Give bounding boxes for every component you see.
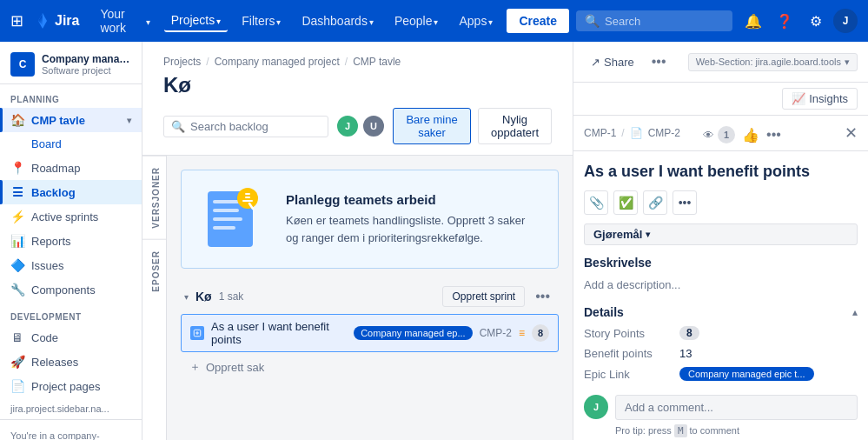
web-section-selector[interactable]: Web-Section: jira.agile.board.tools ▾ — [688, 53, 858, 71]
detail-row-story-points: Story Points 8 — [584, 326, 858, 340]
section-title: Kø — [195, 290, 212, 303]
item-epic-badge[interactable]: Company managed ep... — [354, 326, 472, 340]
insights-button[interactable]: 📈 Insights — [782, 88, 858, 110]
details-header[interactable]: Details ▴ — [584, 305, 858, 319]
sidebar-item-label-active-sprints: Active sprints — [31, 210, 131, 223]
story-points-value[interactable]: 8 — [679, 326, 699, 340]
comment-input[interactable]: Add a comment... — [615, 395, 858, 420]
onboarding-description: Køen er teamets handlingsliste. Opprett … — [286, 212, 540, 246]
share-button[interactable]: ↗ Share — [584, 52, 641, 72]
sidebar-project[interactable]: C Company managed p... Software project — [0, 42, 142, 84]
sidebar-item-code[interactable]: 🖥 Code — [0, 325, 142, 350]
nylig-oppdatert-button[interactable]: Nylig oppdatert — [478, 108, 552, 144]
nav-people[interactable]: People — [388, 10, 446, 31]
sidebar-item-releases[interactable]: 🚀 Releases — [0, 350, 142, 374]
sidebar-item-components[interactable]: 🔧 Components — [0, 277, 142, 302]
section-actions: Opprett sprint ••• — [442, 286, 555, 307]
components-icon: 🔧 — [10, 283, 24, 297]
add-item[interactable]: ＋ Opprett sak — [181, 354, 559, 380]
attachment-button[interactable]: 📎 — [584, 190, 608, 215]
breadcrumb-project[interactable]: Company managed project — [215, 56, 340, 68]
sidebar-item-cmp-tavle[interactable]: 🏠 CMP tavle ▾ — [0, 108, 142, 132]
panel-nav-parent[interactable]: CMP-1 — [584, 127, 616, 139]
breadcrumb: Projects / Company managed project / CMP… — [163, 56, 552, 68]
sidebar-item-label-releases: Releases — [31, 356, 131, 369]
sidebar-item-label-reports: Reports — [31, 235, 131, 248]
sidebar-item-board[interactable]: Board — [0, 132, 142, 156]
search-backlog-input[interactable] — [190, 120, 321, 133]
project-info: Company managed p... Software project — [42, 53, 131, 76]
details-chevron-icon: ▴ — [852, 306, 858, 318]
reports-icon: 📊 — [10, 234, 24, 248]
checklist-button[interactable]: ✅ — [613, 190, 638, 215]
nav-projects[interactable]: Projects — [164, 10, 229, 32]
epics-label: EPOSER — [142, 239, 166, 303]
main-layout: C Company managed p... Software project … — [0, 42, 868, 440]
versions-label: VERSJONER — [142, 156, 166, 239]
backlog-section-header[interactable]: ▾ Kø 1 sak Opprett sprint ••• — [181, 279, 559, 314]
sidebar-footer: You're in a company-managed project Lear… — [0, 419, 142, 440]
breadcrumb-board[interactable]: CMP tavle — [353, 56, 401, 68]
item-story-points: 8 — [532, 324, 549, 342]
description-field[interactable]: Add a description... — [584, 275, 858, 295]
nav-filters[interactable]: Filters — [235, 10, 288, 31]
nav-search[interactable]: 🔍 — [576, 10, 732, 31]
create-button[interactable]: Create — [507, 9, 569, 33]
svg-rect-4 — [213, 226, 235, 230]
avatar-gray[interactable]: U — [361, 114, 386, 138]
sidebar-item-roadmap[interactable]: 📍 Roadmap — [0, 156, 142, 180]
avatar-green[interactable]: J — [335, 114, 360, 138]
item-priority-icon: ≡ — [519, 327, 525, 339]
bare-mine-saker-button[interactable]: Bare mine saker — [393, 108, 471, 144]
panel-actions-row: 📎 ✅ 🔗 ••• — [584, 190, 858, 215]
panel-close-button[interactable]: ✕ — [845, 125, 858, 141]
chevron-icon: ▾ — [127, 116, 131, 125]
create-sprint-button[interactable]: Opprett sprint — [442, 286, 525, 307]
breadcrumb-projects[interactable]: Projects — [163, 56, 201, 68]
code-icon: 🖥 — [10, 330, 24, 344]
grid-icon[interactable]: ⊞ — [10, 11, 23, 30]
sidebar-item-project-sidebar[interactable]: jira.project.sidebar.na... — [0, 398, 142, 419]
sidebar-item-active-sprints[interactable]: ⚡ Active sprints — [0, 204, 142, 229]
planning-label: PLANNING — [0, 84, 142, 108]
onboarding-banner: Planlegg teamets arbeid Køen er teamets … — [181, 170, 559, 269]
sidebar-item-label-cmp-tavle: CMP tavle — [31, 114, 120, 127]
notifications-icon[interactable]: 🔔 — [739, 7, 767, 35]
section-more-button[interactable]: ••• — [530, 287, 555, 306]
help-icon[interactable]: ❓ — [771, 7, 798, 35]
panel-nav-current[interactable]: CMP-2 — [648, 127, 680, 139]
sidebar-item-backlog[interactable]: ☰ Backlog — [0, 180, 142, 204]
settings-icon[interactable]: ⚙ — [802, 7, 830, 35]
sidebar-project-sidebar-label: jira.project.sidebar.na... — [10, 403, 131, 414]
watch-icon[interactable]: 👁 1 — [703, 126, 735, 143]
backlog-main: Planlegg teamets arbeid Køen er teamets … — [167, 156, 573, 440]
backlog-item[interactable]: As a user I want benefit points Company … — [181, 314, 559, 352]
svg-rect-2 — [213, 209, 239, 212]
benefit-points-value[interactable]: 13 — [679, 347, 692, 360]
search-input[interactable] — [605, 15, 726, 28]
epic-link-label: Epic Link — [584, 368, 679, 381]
jira-logo[interactable]: Jira — [34, 12, 79, 30]
onboarding-title: Planlegg teamets arbeid — [286, 192, 540, 207]
nav-your-work[interactable]: Your work — [93, 3, 156, 38]
panel-more-button[interactable]: ••• — [646, 50, 672, 73]
search-backlog[interactable]: 🔍 — [163, 116, 328, 137]
epic-link-value[interactable]: Company managed epic t... — [679, 367, 814, 381]
more-actions-button[interactable]: ••• — [673, 190, 697, 215]
page-toolbar: 🔍 J U Bare mine saker Nylig oppdatert — [163, 108, 552, 155]
description-section: Beskrivelse Add a description... — [584, 256, 858, 295]
sidebar-item-reports[interactable]: 📊 Reports — [0, 229, 142, 253]
sidebar-item-issues[interactable]: 🔷 Issues — [0, 253, 142, 277]
nav-apps[interactable]: Apps — [452, 10, 500, 31]
nav-dashboards[interactable]: Dashboards — [295, 10, 381, 31]
main-content: Projects / Company managed project / CMP… — [142, 42, 573, 440]
thumbs-up-button[interactable]: 👍 — [742, 127, 759, 143]
link-button[interactable]: 🔗 — [643, 190, 667, 215]
active-sprints-icon: ⚡ — [10, 210, 24, 223]
sidebar-item-project-pages[interactable]: 📄 Project pages — [0, 374, 142, 398]
item-title: As a user I want benefit points — [211, 320, 347, 346]
user-avatar[interactable]: J — [833, 9, 858, 33]
panel-action-dots-button[interactable]: ••• — [766, 127, 781, 143]
status-button[interactable]: Gjøremål ▾ — [584, 223, 858, 245]
watch-count: 1 — [718, 126, 735, 143]
